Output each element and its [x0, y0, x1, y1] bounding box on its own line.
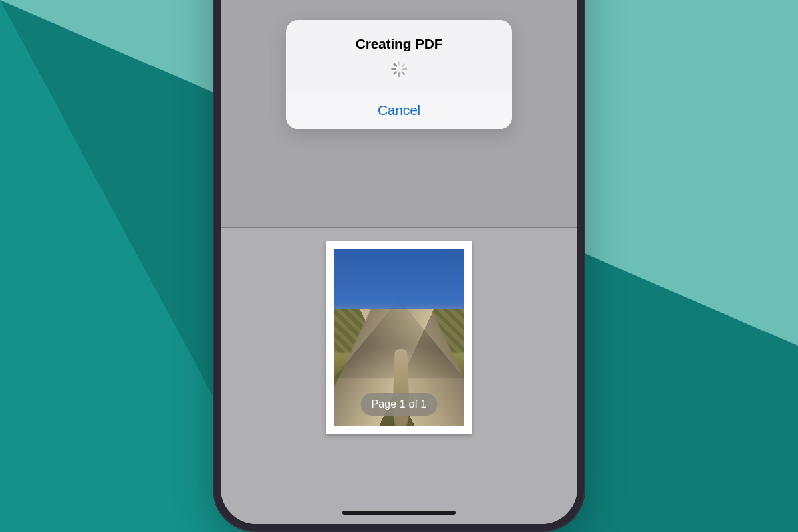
- print-preview-area: Page 1 of 1: [221, 228, 577, 524]
- page-count-badge: Page 1 of 1: [361, 393, 438, 416]
- cancel-button[interactable]: Cancel: [286, 92, 512, 129]
- dialog-title: Creating PDF: [299, 36, 499, 52]
- phone-screen: Page 1 of 1 Creating PDF Cancel: [221, 0, 577, 524]
- home-indicator[interactable]: [342, 511, 456, 515]
- dialog-body: Creating PDF: [286, 20, 512, 92]
- spinner-icon: [391, 61, 407, 77]
- progress-dialog: Creating PDF Cancel: [286, 20, 512, 129]
- phone-frame: Page 1 of 1 Creating PDF Cancel: [213, 0, 585, 532]
- page-thumbnail[interactable]: Page 1 of 1: [326, 241, 472, 434]
